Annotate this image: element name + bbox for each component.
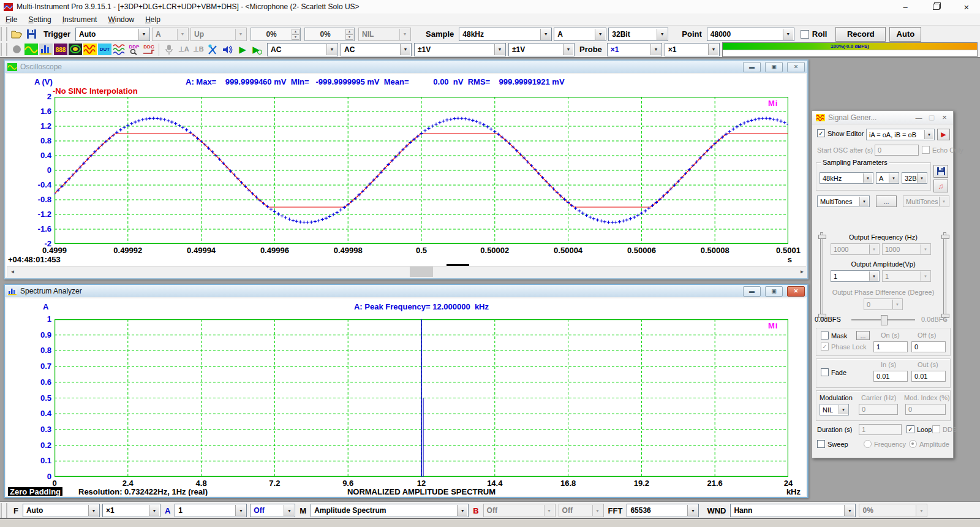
- sweep-checkbox[interactable]: Sweep: [817, 440, 848, 448]
- input-b-icon[interactable]: ⊥B: [191, 43, 206, 56]
- menu-help[interactable]: Help: [140, 14, 166, 25]
- gain-b-combo[interactable]: Off▼: [483, 504, 556, 517]
- sampling-bits-combo[interactable]: 32Bit▼: [608, 28, 668, 41]
- fade-in-input[interactable]: 0.01: [873, 371, 908, 382]
- trigger-hpf-combo[interactable]: NIL▼: [358, 28, 411, 41]
- echo-only-checkbox[interactable]: Echo Only: [922, 146, 963, 154]
- trigger-mode-combo[interactable]: Auto▼: [75, 28, 150, 41]
- spectrum-plot[interactable]: [55, 319, 788, 477]
- mask-checkbox[interactable]: Mask: [821, 332, 847, 339]
- scroll-left-icon[interactable]: ◄: [7, 267, 18, 277]
- duration-input[interactable]: 1: [859, 424, 902, 435]
- signal-generator-icon[interactable]: [83, 43, 97, 56]
- open-file-button[interactable]: [9, 28, 24, 41]
- spectrum-titlebar[interactable]: Spectrum Analyzer ▬ ▣ ✕: [5, 285, 807, 297]
- scroll-right-icon[interactable]: ►: [797, 267, 806, 277]
- phase-difference-combo[interactable]: 0▼: [864, 298, 903, 310]
- roll-checkbox[interactable]: Roll: [801, 29, 827, 39]
- maximize-button[interactable]: ▢: [927, 113, 937, 121]
- restore-button[interactable]: [930, 2, 942, 12]
- waveform-a-combo[interactable]: MultiTones▼: [817, 195, 870, 207]
- sampling-channels-combo[interactable]: A▼: [554, 28, 606, 41]
- auto-button[interactable]: Auto: [889, 27, 921, 42]
- coupling-a-combo[interactable]: AC▼: [267, 43, 338, 56]
- close-button[interactable]: ×: [940, 113, 949, 122]
- amplitude-slider-b[interactable]: [943, 232, 946, 320]
- derived-data-point-icon[interactable]: DDP: [127, 43, 141, 56]
- minimize-button[interactable]: –: [899, 2, 911, 12]
- derived-data-curves-icon[interactable]: [112, 43, 127, 56]
- fade-out-input[interactable]: 0.01: [911, 371, 946, 382]
- show-editor-checkbox[interactable]: ✓Show Editor: [817, 129, 864, 137]
- coupling-b-combo[interactable]: AC▼: [341, 43, 412, 56]
- toolbar-grip[interactable]: [1, 503, 7, 518]
- minimize-button[interactable]: ▬: [743, 62, 761, 72]
- probe-b-combo[interactable]: ×1▼: [665, 43, 720, 56]
- toolbar-grip[interactable]: [1, 27, 7, 41]
- oscilloscope-titlebar[interactable]: Oscilloscope ▬ ▣ ✕: [5, 61, 807, 73]
- trigger-level-spinner[interactable]: 0% ▲▼: [251, 28, 301, 41]
- mask-editor-button[interactable]: ...: [856, 331, 870, 340]
- sg-sampling-rate-combo[interactable]: 48kHz▼: [820, 172, 873, 184]
- sampling-rate-combo[interactable]: 48kHz▼: [459, 28, 552, 41]
- freq-mult-combo[interactable]: ×1▼: [102, 504, 160, 517]
- oscilloscope-scrollbar[interactable]: ◄ ►: [7, 266, 806, 277]
- input-a-icon[interactable]: ⊥A: [176, 43, 191, 56]
- maximize-button[interactable]: ▣: [765, 286, 783, 297]
- device-test-plan-icon[interactable]: DUT: [97, 43, 112, 56]
- amplitude-slider-a[interactable]: [820, 232, 823, 320]
- sg-sampling-channel-combo[interactable]: A▼: [876, 172, 899, 184]
- phase-lock-checkbox[interactable]: ✓Phase Lock: [821, 343, 866, 351]
- restore-button[interactable]: ▣: [765, 62, 783, 72]
- menu-setting[interactable]: Setting: [23, 14, 56, 25]
- overlap-combo[interactable]: 0%▼: [859, 504, 927, 517]
- toolbar-grip[interactable]: [1, 43, 7, 56]
- mod-index-input[interactable]: 0: [905, 404, 946, 415]
- minimize-button[interactable]: ▬: [743, 286, 761, 297]
- menu-file[interactable]: File: [0, 14, 23, 25]
- multimeter-icon[interactable]: 888: [53, 43, 68, 56]
- run-icon[interactable]: ▶: [235, 43, 250, 56]
- sweep-amplitude-radio[interactable]: Amplitude: [909, 440, 949, 448]
- range-a-combo[interactable]: ±1V▼: [414, 43, 506, 56]
- oscilloscope-icon[interactable]: [24, 43, 39, 56]
- trigger-delay-spinner[interactable]: 0% ▲▼: [304, 28, 355, 41]
- wave-editor-button[interactable]: ...: [876, 195, 897, 207]
- mode-combo[interactable]: Amplitude Spectrum▼: [311, 504, 469, 517]
- close-button[interactable]: ✕: [787, 62, 805, 72]
- scrollbar-thumb[interactable]: [410, 267, 433, 277]
- fft-size-combo[interactable]: 65536▼: [627, 504, 699, 517]
- modulation-type-combo[interactable]: NIL▼: [820, 404, 849, 415]
- close-button[interactable]: ✕: [787, 286, 805, 297]
- sg-save-button[interactable]: [933, 165, 948, 178]
- range-b-combo[interactable]: ±1V▼: [508, 43, 575, 56]
- option-b-combo[interactable]: Off▼: [559, 504, 604, 517]
- frequency-b-combo[interactable]: 1000▼: [882, 243, 931, 255]
- waveform-b-combo[interactable]: MultiTones▼: [903, 195, 949, 207]
- menu-window[interactable]: Window: [102, 14, 140, 25]
- start-osc-input[interactable]: 0: [875, 145, 919, 156]
- oscilloscope-plot[interactable]: [55, 97, 788, 244]
- ddc-icon[interactable]: DDC: [141, 43, 156, 56]
- run-loop-icon[interactable]: ▶: [250, 43, 265, 56]
- mask-on-input[interactable]: 1: [873, 341, 908, 352]
- balance-slider[interactable]: [851, 319, 915, 320]
- trigger-edge-combo[interactable]: Up▼: [190, 28, 247, 41]
- option-a-combo[interactable]: Off▼: [250, 504, 295, 517]
- spectrum-3d-plot-icon[interactable]: [68, 43, 83, 56]
- freq-axis-combo[interactable]: Auto▼: [23, 504, 100, 517]
- sweep-frequency-radio[interactable]: Frequency: [864, 440, 906, 448]
- amplitude-b-combo[interactable]: 1▼: [882, 270, 931, 282]
- spectrum-analyzer-icon[interactable]: [39, 43, 53, 56]
- trigger-source-combo[interactable]: A▼: [152, 28, 189, 41]
- loop-checkbox[interactable]: ✓Loop: [907, 425, 932, 433]
- carrier-input[interactable]: 0: [859, 404, 898, 415]
- amplitude-a-combo[interactable]: 1▼: [831, 270, 880, 282]
- routing-combo[interactable]: iA = oA, iB = oB▼: [866, 129, 935, 140]
- gain-a-combo[interactable]: 1▼: [175, 504, 247, 517]
- minimize-button[interactable]: —: [914, 114, 924, 121]
- record-button[interactable]: Record: [835, 27, 886, 42]
- record-length-combo[interactable]: 48000▼: [707, 28, 794, 41]
- sg-sampling-bits-combo[interactable]: 32Bit▼: [902, 172, 927, 184]
- close-button[interactable]: ×: [960, 2, 973, 12]
